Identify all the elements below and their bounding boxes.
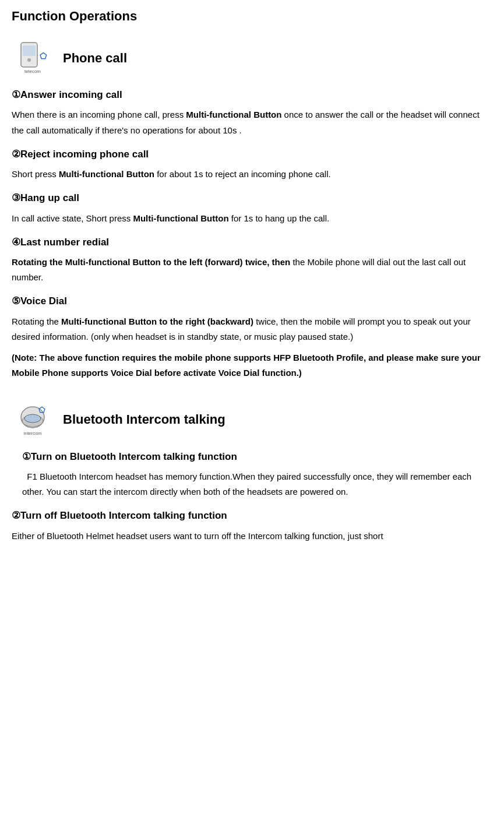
intercom-header: ⬠ intercom Bluetooth Intercom talking xyxy=(12,399,492,441)
voice-dial-title: ⑤Voice Dial xyxy=(12,293,492,309)
telecom-icon: ⬠ telecom xyxy=(12,37,54,79)
reject-call-text: Short press Multi-functional Button for … xyxy=(12,167,492,182)
phonecall-header: ⬠ telecom Phone call xyxy=(12,37,492,79)
note-text: (Note: The above function requires the m… xyxy=(12,350,492,381)
turn-on-intercom-title: ①Turn on Bluetooth Intercom talking func… xyxy=(12,449,492,464)
intercom-section: ⬠ intercom Bluetooth Intercom talking ①T… xyxy=(12,399,492,544)
intercom-icon: ⬠ intercom xyxy=(12,399,54,441)
redial-text: Rotating the Multi-functional Button to … xyxy=(12,255,492,286)
svg-text:⬠: ⬠ xyxy=(40,51,47,61)
svg-rect-1 xyxy=(23,45,36,56)
turn-on-intercom-text: F1 Bluetooth Intercom headset has memory… xyxy=(12,469,492,500)
svg-point-7 xyxy=(24,414,41,423)
phonecall-section: ⬠ telecom Phone call ①Answer incoming ca… xyxy=(12,37,492,381)
page-title: Function Operations xyxy=(12,6,492,26)
answer-call-title: ①Answer incoming call xyxy=(12,87,492,103)
answer-call-text: When there is an incoming phone call, pr… xyxy=(12,107,492,138)
svg-text:intercom: intercom xyxy=(24,431,42,436)
redial-title: ④Last number redial xyxy=(12,234,492,250)
phonecall-title: Phone call xyxy=(63,48,127,68)
svg-point-2 xyxy=(27,58,31,62)
hangup-call-text: In call active state, Short press Multi-… xyxy=(12,211,492,226)
svg-text:⬠: ⬠ xyxy=(38,406,45,414)
voice-dial-text: Rotating the Multi-functional Button to … xyxy=(12,314,492,345)
hangup-call-title: ③Hang up call xyxy=(12,190,492,206)
turn-off-intercom-title: ②Turn off Bluetooth Intercom talking fun… xyxy=(12,508,492,523)
turn-off-intercom-text: Either of Bluetooth Helmet headset users… xyxy=(12,529,492,544)
svg-text:telecom: telecom xyxy=(24,69,41,74)
intercom-title: Bluetooth Intercom talking xyxy=(63,409,225,430)
reject-call-title: ②Reject incoming phone call xyxy=(12,146,492,162)
